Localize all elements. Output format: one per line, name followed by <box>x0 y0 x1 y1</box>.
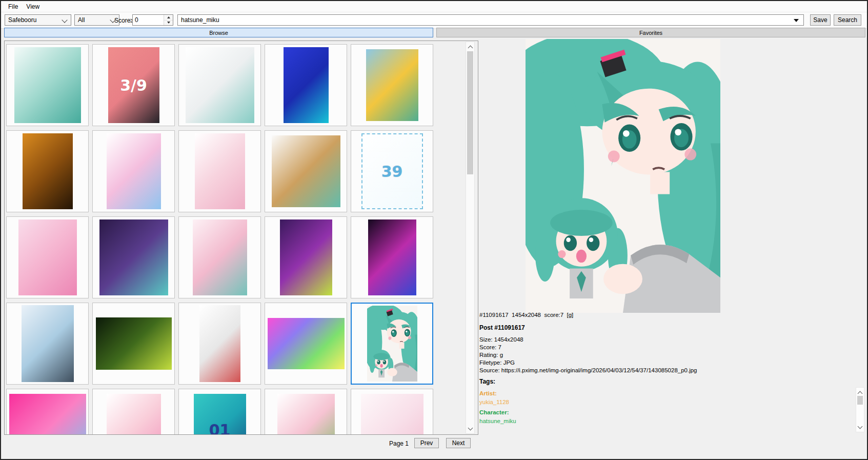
menu-view[interactable]: View <box>22 2 44 11</box>
search-input[interactable] <box>178 15 793 25</box>
page-label: Page 1 <box>389 440 409 447</box>
site-select[interactable]: Safebooru <box>5 14 71 26</box>
scroll-up-button[interactable] <box>856 388 864 396</box>
thumbnail-cell[interactable] <box>92 389 175 435</box>
tab-browse[interactable]: Browse <box>4 28 433 37</box>
scrollbar-thumb[interactable] <box>467 51 473 174</box>
triangle-down-icon <box>167 22 170 24</box>
thumbnail-cell[interactable]: 01 <box>178 389 261 435</box>
thumbnail-image <box>22 305 74 382</box>
chevron-up-icon <box>468 45 473 50</box>
thumbnail-cell[interactable] <box>6 303 89 385</box>
thumbnail-overlay-text: 39 <box>381 163 403 181</box>
thumbnail-cell[interactable] <box>178 130 261 212</box>
grid-scrollbar[interactable] <box>466 42 475 434</box>
thumbnail-image <box>366 49 418 121</box>
thumbnail-image: 01 <box>194 394 246 435</box>
thumbnail-cell[interactable] <box>6 216 89 298</box>
thumbnail-cell[interactable] <box>92 216 175 298</box>
toolbar: Safebooru All Score≥ Save Search <box>1 12 867 29</box>
chevron-down-icon <box>62 17 67 23</box>
thumbnail-image: 3/9 <box>108 47 159 123</box>
save-button[interactable]: Save <box>810 14 831 26</box>
thumbnail-image <box>193 219 247 295</box>
tab-favorites[interactable]: Favorites <box>436 28 865 37</box>
menu-bar: File View <box>1 1 867 12</box>
thumbnail-image <box>280 219 332 295</box>
score-spinner <box>132 14 173 26</box>
thumbnail-overlay-text: 01 <box>209 421 231 435</box>
scroll-up-button[interactable] <box>466 43 474 51</box>
thumbnail-cell[interactable] <box>6 130 89 212</box>
thumbnail-cell[interactable] <box>178 303 261 385</box>
thumbnail-image <box>361 394 423 435</box>
thumbnail-image <box>186 47 254 123</box>
thumbnail-overlay-text: 3/9 <box>120 76 147 94</box>
tag-item[interactable]: hatsune_miku <box>479 418 843 424</box>
preview-image <box>526 39 720 313</box>
score-input[interactable] <box>133 15 164 25</box>
thumbnail-cell[interactable] <box>351 44 433 126</box>
thumbnail-cell[interactable] <box>265 130 347 212</box>
thumbnail-image <box>107 394 161 435</box>
thumbnail-image <box>199 305 240 382</box>
thumbnail-cell[interactable] <box>265 303 347 385</box>
scroll-down-button[interactable] <box>856 423 864 431</box>
preview-summary: #11091617 1454x2048 score:7 [g] <box>479 312 573 318</box>
menu-file[interactable]: File <box>4 2 22 11</box>
thumbnail-cell-selected[interactable] <box>351 303 433 385</box>
thumbnail-cell[interactable] <box>178 216 261 298</box>
chevron-up-icon <box>858 391 863 396</box>
thumbnail-cell[interactable] <box>178 44 261 126</box>
next-button[interactable]: Next <box>446 438 471 448</box>
spin-down-button[interactable] <box>164 21 173 26</box>
thumbnail-image <box>23 133 73 209</box>
app-window: File View Safebooru All Score≥ Save Sear… <box>0 0 868 460</box>
thumbnail-cell[interactable] <box>265 44 347 126</box>
post-title: Post #11091617 <box>479 324 525 331</box>
thumbnail-cell[interactable] <box>265 216 347 298</box>
tags-scrollbar[interactable] <box>856 387 864 432</box>
search-field <box>177 14 804 26</box>
thumbnail-image <box>96 317 172 370</box>
prev-button[interactable]: Prev <box>414 438 439 448</box>
thumbnail-image <box>99 219 168 295</box>
thumbnail-image: 39 <box>361 133 423 209</box>
thumbnail-image <box>9 394 86 435</box>
post-score: Score: 7 <box>479 344 697 351</box>
scrollbar-thumb[interactable] <box>857 396 863 405</box>
search-button[interactable]: Search <box>834 14 861 26</box>
chevron-down-icon <box>468 426 473 431</box>
thumbnail-image <box>368 219 416 295</box>
thumbnail-image <box>18 219 77 295</box>
post-rating: Rating: g <box>479 351 697 359</box>
browse-panel: 3/93901 <box>4 41 478 435</box>
thumbnail-cell[interactable]: 3/9 <box>92 44 175 126</box>
thumbnail-image <box>14 47 81 123</box>
triangle-up-icon <box>167 16 170 18</box>
filter-select-value: All <box>78 16 85 24</box>
thumbnail-cell[interactable] <box>351 216 433 298</box>
thumbnail-image <box>277 394 335 435</box>
thumbnail-cell[interactable] <box>92 130 175 212</box>
filter-select[interactable]: All <box>74 14 119 26</box>
search-dropdown-icon[interactable] <box>794 19 799 22</box>
score-label: Score≥ <box>114 17 134 24</box>
thumbnail-cell[interactable] <box>265 389 347 435</box>
tag-list: Artist:yukia_1128Character:hatsune_miku <box>479 388 843 428</box>
chevron-down-icon <box>858 424 863 429</box>
thumbnail-cell[interactable] <box>351 389 433 435</box>
thumbnail-image <box>195 133 245 209</box>
tag-group-label: Character: <box>479 409 843 415</box>
thumbnail-cell[interactable] <box>6 389 89 435</box>
thumbnail-cell[interactable] <box>92 303 175 385</box>
post-size: Size: 1454x2048 <box>479 336 697 344</box>
post-info: Size: 1454x2048 Score: 7 Rating: g Filet… <box>479 336 697 374</box>
tag-item[interactable]: yukia_1128 <box>479 399 843 405</box>
spinner-buttons <box>164 15 173 25</box>
thumbnail-cell[interactable]: 39 <box>351 130 433 212</box>
spin-up-button[interactable] <box>164 15 173 21</box>
thumbnail-cell[interactable] <box>6 44 89 126</box>
scroll-down-button[interactable] <box>466 425 474 433</box>
thumbnail-image <box>284 47 329 123</box>
